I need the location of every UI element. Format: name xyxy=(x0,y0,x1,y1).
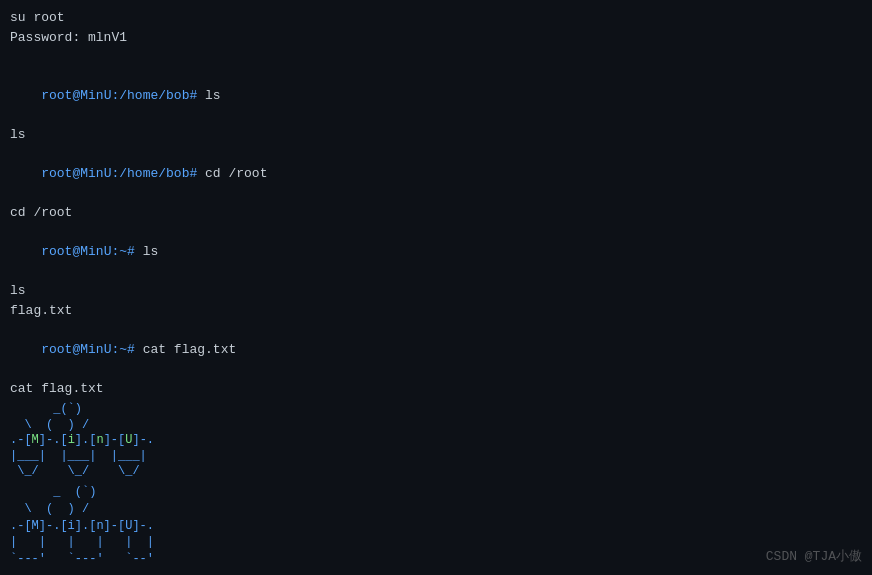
cmd-1: ls xyxy=(205,88,221,103)
line-flag-txt: flag.txt xyxy=(10,301,862,321)
ascii-art: _(`) \ ( ) / .-[M]-.[i].[n]-[U]-. |___| … xyxy=(10,402,862,480)
prompt-4: root@MinU:~# xyxy=(41,342,142,357)
cmd-3: ls xyxy=(143,244,159,259)
line-cd-prompt: root@MinU:/home/bob# cd /root xyxy=(10,145,862,204)
prompt-1: root@MinU:/home/bob# xyxy=(41,88,205,103)
line-ls-out: ls xyxy=(10,125,862,145)
ascii-art-block: _ (`) \ ( ) / .-[M]-.[i].[n]-[U]-. | | |… xyxy=(10,484,862,568)
line-su-root: su root xyxy=(10,8,862,28)
line-ls2-prompt: root@MinU:~# ls xyxy=(10,223,862,282)
line-cat-prompt: root@MinU:~# cat flag.txt xyxy=(10,320,862,379)
prompt-3: root@MinU:~# xyxy=(41,244,142,259)
line-ls-prompt: root@MinU:/home/bob# ls xyxy=(10,67,862,126)
cmd-4: cat flag.txt xyxy=(143,342,237,357)
watermark: CSDN @TJA小傲 xyxy=(766,547,862,565)
line-password: Password: mlnV1 xyxy=(10,28,862,48)
line-cat-out: cat flag.txt xyxy=(10,379,862,399)
terminal: su root Password: mlnV1 root@MinU:/home/… xyxy=(0,0,872,575)
post-blank-1 xyxy=(10,570,862,575)
line-blank-1 xyxy=(10,47,862,67)
prompt-2: root@MinU:/home/bob# xyxy=(41,166,205,181)
cmd-2: cd /root xyxy=(205,166,267,181)
line-cd-out: cd /root xyxy=(10,203,862,223)
line-ls2-out: ls xyxy=(10,281,862,301)
